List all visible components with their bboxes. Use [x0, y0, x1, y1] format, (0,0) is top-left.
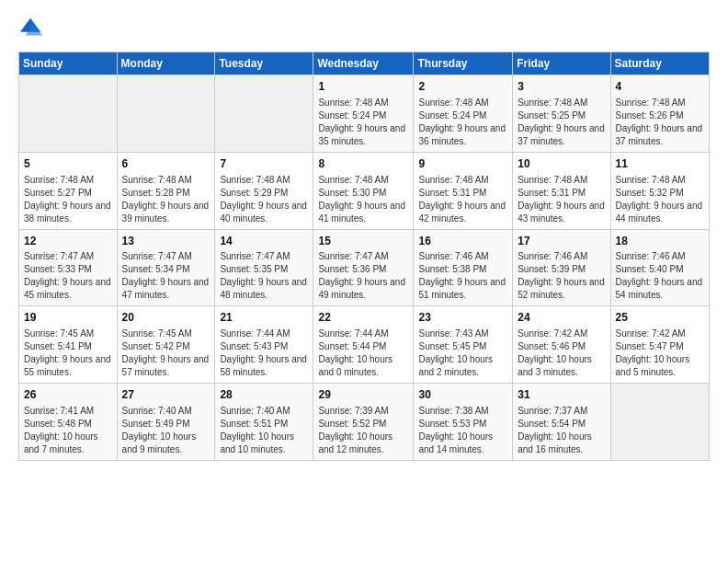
day-number: 21 — [220, 310, 308, 326]
weekday-header: Friday — [513, 52, 610, 75]
day-number: 3 — [518, 79, 605, 95]
calendar-header-row: SundayMondayTuesdayWednesdayThursdayFrid… — [19, 52, 710, 75]
day-number: 10 — [518, 156, 605, 172]
calendar-cell: 27Sunrise: 7:40 AM Sunset: 5:49 PM Dayli… — [117, 384, 215, 461]
calendar-cell: 16Sunrise: 7:46 AM Sunset: 5:38 PM Dayli… — [414, 229, 513, 306]
calendar-week-row: 26Sunrise: 7:41 AM Sunset: 5:48 PM Dayli… — [19, 384, 710, 461]
calendar-cell: 13Sunrise: 7:47 AM Sunset: 5:34 PM Dayli… — [117, 229, 215, 306]
calendar-cell: 4Sunrise: 7:48 AM Sunset: 5:26 PM Daylig… — [610, 75, 709, 153]
calendar-cell: 9Sunrise: 7:48 AM Sunset: 5:31 PM Daylig… — [414, 152, 513, 229]
day-number: 25 — [616, 310, 704, 326]
calendar-cell — [19, 75, 118, 153]
day-info: Sunrise: 7:44 AM Sunset: 5:43 PM Dayligh… — [220, 327, 308, 379]
day-info: Sunrise: 7:48 AM Sunset: 5:26 PM Dayligh… — [616, 97, 704, 148]
day-number: 22 — [318, 310, 408, 326]
calendar-cell: 8Sunrise: 7:48 AM Sunset: 5:30 PM Daylig… — [313, 152, 414, 229]
calendar-cell — [610, 384, 709, 461]
day-number: 18 — [616, 234, 704, 249]
calendar-cell: 10Sunrise: 7:48 AM Sunset: 5:31 PM Dayli… — [513, 152, 610, 229]
day-number: 5 — [24, 156, 112, 172]
day-info: Sunrise: 7:48 AM Sunset: 5:25 PM Dayligh… — [518, 97, 605, 148]
calendar-week-row: 1Sunrise: 7:48 AM Sunset: 5:24 PM Daylig… — [19, 75, 710, 153]
day-number: 26 — [24, 387, 112, 403]
day-info: Sunrise: 7:46 AM Sunset: 5:39 PM Dayligh… — [518, 250, 605, 302]
day-number: 16 — [418, 234, 507, 249]
calendar-cell: 12Sunrise: 7:47 AM Sunset: 5:33 PM Dayli… — [19, 229, 118, 306]
day-number: 12 — [24, 234, 112, 249]
calendar-table: SundayMondayTuesdayWednesdayThursdayFrid… — [18, 52, 710, 461]
day-info: Sunrise: 7:39 AM Sunset: 5:52 PM Dayligh… — [318, 405, 408, 456]
day-info: Sunrise: 7:42 AM Sunset: 5:46 PM Dayligh… — [518, 327, 605, 379]
calendar-cell: 31Sunrise: 7:37 AM Sunset: 5:54 PM Dayli… — [513, 384, 610, 461]
calendar-cell: 1Sunrise: 7:48 AM Sunset: 5:24 PM Daylig… — [313, 75, 414, 153]
weekday-header: Thursday — [414, 52, 513, 75]
weekday-header: Monday — [117, 52, 215, 75]
calendar-cell: 15Sunrise: 7:47 AM Sunset: 5:36 PM Dayli… — [313, 229, 414, 306]
calendar-cell: 14Sunrise: 7:47 AM Sunset: 5:35 PM Dayli… — [215, 229, 313, 306]
day-number: 20 — [122, 310, 210, 326]
day-info: Sunrise: 7:42 AM Sunset: 5:47 PM Dayligh… — [616, 327, 704, 379]
day-info: Sunrise: 7:47 AM Sunset: 5:36 PM Dayligh… — [318, 250, 408, 302]
day-number: 1 — [318, 79, 408, 95]
calendar-cell: 21Sunrise: 7:44 AM Sunset: 5:43 PM Dayli… — [215, 306, 313, 384]
day-info: Sunrise: 7:48 AM Sunset: 5:29 PM Dayligh… — [220, 174, 308, 225]
calendar-week-row: 12Sunrise: 7:47 AM Sunset: 5:33 PM Dayli… — [19, 229, 710, 306]
day-info: Sunrise: 7:48 AM Sunset: 5:30 PM Dayligh… — [318, 174, 408, 225]
calendar-cell: 30Sunrise: 7:38 AM Sunset: 5:53 PM Dayli… — [414, 384, 513, 461]
day-info: Sunrise: 7:48 AM Sunset: 5:28 PM Dayligh… — [122, 174, 210, 225]
day-number: 9 — [418, 156, 507, 172]
weekday-header: Saturday — [610, 52, 709, 75]
calendar-cell: 28Sunrise: 7:40 AM Sunset: 5:51 PM Dayli… — [215, 384, 313, 461]
day-info: Sunrise: 7:46 AM Sunset: 5:40 PM Dayligh… — [616, 250, 704, 302]
day-info: Sunrise: 7:48 AM Sunset: 5:31 PM Dayligh… — [418, 174, 507, 225]
day-info: Sunrise: 7:41 AM Sunset: 5:48 PM Dayligh… — [24, 405, 112, 456]
calendar-cell — [117, 75, 215, 153]
calendar-cell: 22Sunrise: 7:44 AM Sunset: 5:44 PM Dayli… — [313, 306, 414, 384]
calendar-cell: 24Sunrise: 7:42 AM Sunset: 5:46 PM Dayli… — [513, 306, 610, 384]
calendar-cell: 5Sunrise: 7:48 AM Sunset: 5:27 PM Daylig… — [19, 152, 118, 229]
day-number: 14 — [220, 234, 308, 249]
day-number: 4 — [616, 79, 704, 95]
calendar-cell: 11Sunrise: 7:48 AM Sunset: 5:32 PM Dayli… — [610, 152, 709, 229]
calendar-cell: 2Sunrise: 7:48 AM Sunset: 5:24 PM Daylig… — [414, 75, 513, 153]
calendar-cell: 7Sunrise: 7:48 AM Sunset: 5:29 PM Daylig… — [215, 152, 313, 229]
day-info: Sunrise: 7:47 AM Sunset: 5:34 PM Dayligh… — [122, 250, 210, 302]
day-number: 19 — [24, 310, 112, 326]
page-header — [18, 15, 710, 40]
day-info: Sunrise: 7:37 AM Sunset: 5:54 PM Dayligh… — [518, 405, 605, 456]
calendar-cell: 3Sunrise: 7:48 AM Sunset: 5:25 PM Daylig… — [513, 75, 610, 153]
day-info: Sunrise: 7:48 AM Sunset: 5:32 PM Dayligh… — [616, 174, 704, 225]
day-number: 6 — [122, 156, 210, 172]
calendar-cell: 26Sunrise: 7:41 AM Sunset: 5:48 PM Dayli… — [19, 384, 118, 461]
calendar-cell: 25Sunrise: 7:42 AM Sunset: 5:47 PM Dayli… — [610, 306, 709, 384]
logo-icon — [18, 15, 44, 40]
day-number: 24 — [518, 310, 605, 326]
day-info: Sunrise: 7:40 AM Sunset: 5:49 PM Dayligh… — [122, 405, 210, 456]
calendar-week-row: 5Sunrise: 7:48 AM Sunset: 5:27 PM Daylig… — [19, 152, 710, 229]
calendar-cell: 23Sunrise: 7:43 AM Sunset: 5:45 PM Dayli… — [414, 306, 513, 384]
day-number: 11 — [616, 156, 704, 172]
weekday-header: Sunday — [19, 52, 118, 75]
day-number: 28 — [220, 387, 308, 403]
day-number: 31 — [518, 387, 605, 403]
weekday-header: Wednesday — [313, 52, 414, 75]
day-info: Sunrise: 7:44 AM Sunset: 5:44 PM Dayligh… — [318, 327, 408, 379]
day-info: Sunrise: 7:48 AM Sunset: 5:27 PM Dayligh… — [24, 174, 112, 225]
calendar-cell: 20Sunrise: 7:45 AM Sunset: 5:42 PM Dayli… — [117, 306, 215, 384]
day-info: Sunrise: 7:38 AM Sunset: 5:53 PM Dayligh… — [418, 405, 507, 456]
day-info: Sunrise: 7:43 AM Sunset: 5:45 PM Dayligh… — [418, 327, 507, 379]
calendar-cell: 17Sunrise: 7:46 AM Sunset: 5:39 PM Dayli… — [513, 229, 610, 306]
day-info: Sunrise: 7:48 AM Sunset: 5:24 PM Dayligh… — [418, 97, 507, 148]
logo — [18, 15, 48, 40]
calendar-cell: 29Sunrise: 7:39 AM Sunset: 5:52 PM Dayli… — [313, 384, 414, 461]
day-info: Sunrise: 7:45 AM Sunset: 5:42 PM Dayligh… — [122, 327, 210, 379]
day-number: 23 — [418, 310, 507, 326]
day-number: 8 — [318, 156, 408, 172]
day-info: Sunrise: 7:48 AM Sunset: 5:24 PM Dayligh… — [318, 97, 408, 148]
weekday-header: Tuesday — [215, 52, 313, 75]
calendar-cell: 6Sunrise: 7:48 AM Sunset: 5:28 PM Daylig… — [117, 152, 215, 229]
day-number: 2 — [418, 79, 507, 95]
day-info: Sunrise: 7:45 AM Sunset: 5:41 PM Dayligh… — [24, 327, 112, 379]
day-number: 7 — [220, 156, 308, 172]
day-number: 13 — [122, 234, 210, 249]
